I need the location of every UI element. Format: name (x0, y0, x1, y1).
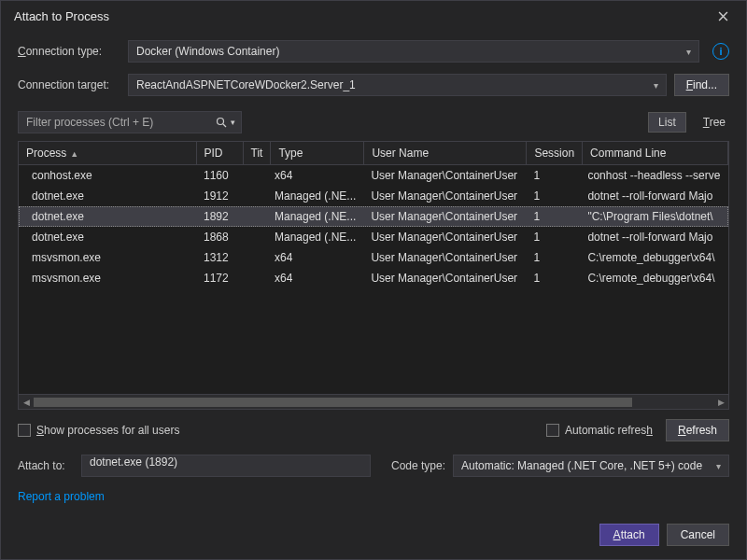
checkbox-icon (18, 424, 31, 437)
cell-session: 1 (526, 186, 580, 206)
cell-type: Managed (.NE... (267, 227, 363, 247)
view-toggle: List Tree (648, 112, 729, 133)
connection-target-label: Connection target: (18, 78, 120, 91)
auto-refresh-check[interactable]: Automatic refresh (546, 424, 653, 437)
list-view-button[interactable]: List (648, 112, 686, 133)
connection-type-combo[interactable]: Docker (Windows Container) ▾ (128, 40, 699, 63)
filter-search-group: ▾ (216, 117, 235, 128)
col-user[interactable]: User Name (364, 142, 527, 165)
cell-tit (243, 165, 267, 186)
svg-point-0 (218, 119, 224, 125)
cell-pid: 1868 (196, 227, 243, 247)
chevron-down-icon: ▾ (231, 118, 235, 127)
col-process[interactable]: Process▲ (19, 142, 196, 165)
table-row[interactable]: msvsmon.exe1172x64User Manager\Container… (19, 268, 728, 288)
cell-user: User Manager\ContainerUser (363, 268, 526, 288)
cell-session: 1 (526, 206, 580, 227)
horizontal-scrollbar[interactable]: ◀ ▶ (19, 394, 728, 409)
cell-user: User Manager\ContainerUser (363, 247, 526, 268)
cell-process: dotnet.exe (19, 227, 196, 247)
cell-type: x64 (267, 247, 363, 268)
titlebar: Attach to Process (1, 1, 746, 29)
table-row[interactable]: dotnet.exe1892Managed (.NE...User Manage… (19, 206, 728, 227)
dialog-footer: Attach Cancel (1, 514, 746, 559)
report-problem-link[interactable]: Report a problem (18, 490, 729, 503)
show-all-users-label: Show processes for all users (36, 424, 179, 437)
process-table: Process▲ PID Tit Type User Name Session … (18, 141, 729, 410)
dialog-title: Attach to Process (14, 9, 109, 23)
cell-cmd: C:\remote_debugger\x64\ (580, 247, 728, 268)
cell-pid: 1312 (196, 247, 243, 268)
tree-view-button[interactable]: Tree (699, 113, 729, 132)
connection-type-row: Connection type: Docker (Windows Contain… (18, 40, 729, 63)
attach-to-label: Attach to: (18, 459, 74, 472)
chevron-down-icon: ▾ (716, 461, 721, 471)
connection-target-row: Connection target: ReactAndASPNETCoreWDo… (18, 74, 729, 96)
cell-session: 1 (526, 247, 580, 268)
table-row[interactable]: msvsmon.exe1312x64User Manager\Container… (19, 247, 728, 268)
cell-user: User Manager\ContainerUser (363, 206, 526, 227)
cell-pid: 1892 (196, 206, 243, 227)
cell-pid: 1912 (196, 186, 243, 206)
table-row[interactable]: dotnet.exe1912Managed (.NE...User Manage… (19, 186, 728, 206)
cell-user: User Manager\ContainerUser (363, 165, 526, 186)
cell-session: 1 (526, 268, 580, 288)
attach-to-process-dialog: Attach to Process Connection type: Docke… (0, 0, 747, 560)
connection-type-label: Connection type: (18, 45, 120, 58)
attach-to-input[interactable]: dotnet.exe (1892) (81, 455, 371, 477)
cell-type: Managed (.NE... (267, 186, 363, 206)
col-pid[interactable]: PID (196, 142, 243, 165)
col-title[interactable]: Tit (243, 142, 271, 165)
auto-refresh-label: Automatic refresh (565, 424, 653, 437)
table-row[interactable]: conhost.exe1160x64User Manager\Container… (19, 165, 728, 186)
chevron-down-icon: ▾ (686, 47, 691, 57)
cell-session: 1 (526, 165, 580, 186)
chevron-down-icon: ▾ (654, 80, 658, 91)
find-button[interactable]: Find... (674, 74, 729, 96)
code-type-combo[interactable]: Automatic: Managed (.NET Core, .NET 5+) … (453, 455, 729, 477)
attach-to-row: Attach to: dotnet.exe (1892) Code type: … (18, 455, 729, 477)
options-row: Show processes for all users Automatic r… (18, 419, 729, 441)
filter-placeholder: Filter processes (Ctrl + E) (26, 116, 153, 129)
cell-tit (243, 186, 267, 206)
filter-input[interactable]: Filter processes (Ctrl + E) ▾ (18, 111, 242, 133)
col-cmd[interactable]: Command Line (583, 142, 728, 165)
cell-tit (243, 227, 267, 247)
checkbox-icon (546, 424, 559, 437)
code-type-label: Code type: (391, 459, 445, 472)
cell-pid: 1160 (196, 165, 243, 186)
scroll-thumb[interactable] (34, 398, 632, 407)
cell-cmd: dotnet --roll-forward Majo (580, 227, 728, 247)
cell-cmd: conhost --headless --serve (580, 165, 728, 186)
col-session[interactable]: Session (527, 142, 583, 165)
connection-type-value: Docker (Windows Container) (136, 45, 279, 58)
attach-button[interactable]: Attach (599, 524, 659, 546)
cell-cmd: C:\remote_debugger\x64\ (580, 268, 728, 288)
col-type[interactable]: Type (271, 142, 364, 165)
cell-process: msvsmon.exe (19, 268, 196, 288)
refresh-button[interactable]: Refresh (666, 419, 729, 441)
close-icon (718, 11, 728, 21)
connection-target-value: ReactAndASPNETCoreWDocker2.Server_1 (136, 78, 356, 91)
code-type-value: Automatic: Managed (.NET Core, .NET 5+) … (461, 459, 702, 472)
cell-tit (243, 247, 267, 268)
cell-cmd: dotnet --roll-forward Majo (580, 186, 728, 206)
cell-type: Managed (.NE... (267, 206, 363, 227)
info-icon[interactable]: i (712, 43, 729, 60)
cell-process: msvsmon.exe (19, 247, 196, 268)
dialog-body: Connection type: Docker (Windows Contain… (1, 29, 746, 514)
cell-cmd: "C:\Program Files\dotnet\ (580, 206, 728, 227)
scroll-right-icon[interactable]: ▶ (713, 395, 728, 410)
cancel-button[interactable]: Cancel (667, 524, 729, 546)
connection-target-combo[interactable]: ReactAndASPNETCoreWDocker2.Server_1 ▾ (128, 74, 667, 96)
cell-user: User Manager\ContainerUser (363, 227, 526, 247)
cell-type: x64 (267, 165, 363, 186)
cell-pid: 1172 (196, 268, 243, 288)
show-all-users-check[interactable]: Show processes for all users (18, 424, 179, 437)
table-row[interactable]: dotnet.exe1868Managed (.NE...User Manage… (19, 227, 728, 247)
close-button[interactable] (709, 7, 737, 25)
table-header-row: Process▲ PID Tit Type User Name Session … (19, 142, 728, 165)
cell-type: x64 (267, 268, 363, 288)
scroll-left-icon[interactable]: ◀ (19, 395, 34, 410)
cell-process: dotnet.exe (19, 206, 196, 227)
